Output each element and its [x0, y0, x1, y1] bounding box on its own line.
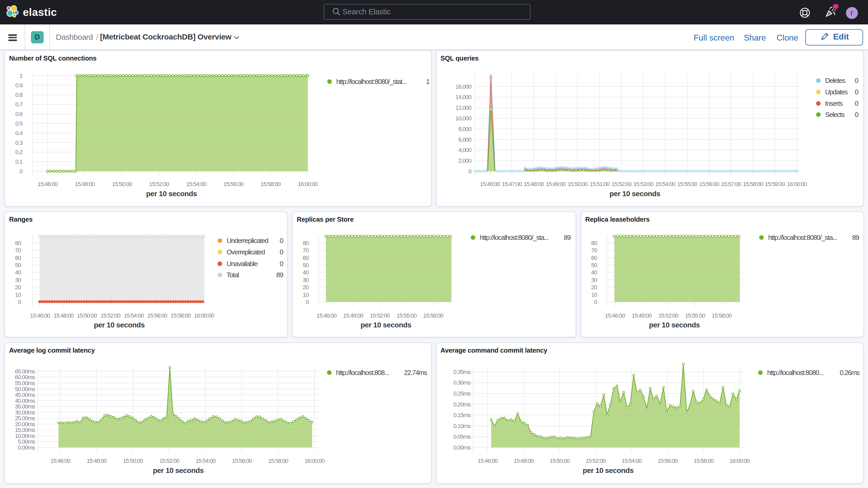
svg-text:80: 80: [15, 240, 21, 246]
svg-text:per 10 seconds: per 10 seconds: [610, 190, 660, 198]
svg-text:15:52:00: 15:52:00: [159, 458, 179, 464]
svg-text:40.00ms: 40.00ms: [15, 398, 35, 404]
svg-text:per 10 seconds: per 10 seconds: [649, 321, 700, 329]
svg-text:60: 60: [15, 255, 21, 261]
svg-text:15:49:00: 15:49:00: [546, 181, 566, 187]
svg-text:8,000: 8,000: [458, 126, 471, 132]
svg-text:10.00ms: 10.00ms: [15, 433, 35, 439]
svg-text:http://localhost:8080...: http://localhost:8080...: [767, 369, 823, 376]
svg-text:15:52:00: 15:52:00: [149, 181, 169, 187]
svg-text:40: 40: [303, 269, 309, 276]
svg-text:16:00:00: 16:00:00: [787, 181, 807, 187]
svg-text:per 10 seconds: per 10 seconds: [94, 321, 145, 329]
svg-text:45.00ms: 45.00ms: [15, 392, 35, 398]
svg-text:0.15ms: 0.15ms: [454, 412, 471, 418]
svg-text:1: 1: [426, 78, 430, 86]
svg-text:65.00ms: 65.00ms: [15, 368, 35, 375]
svg-text:20: 20: [15, 284, 21, 291]
svg-text:15:58:00: 15:58:00: [423, 312, 443, 319]
svg-text:Replica leaseholders: Replica leaseholders: [585, 216, 650, 223]
svg-text:15:50:00: 15:50:00: [550, 458, 570, 464]
svg-text:15:58:00: 15:58:00: [171, 312, 191, 319]
svg-text:0: 0: [468, 168, 471, 175]
svg-text:70: 70: [15, 247, 21, 254]
svg-text:15:54:00: 15:54:00: [196, 458, 216, 464]
svg-text:http://localhost:8080/_stat...: http://localhost:8080/_stat...: [336, 78, 406, 86]
svg-text:per 10 seconds: per 10 seconds: [583, 466, 633, 475]
svg-text:15:51:00: 15:51:00: [590, 181, 610, 187]
svg-text:15:56:00: 15:56:00: [147, 312, 167, 319]
svg-text:30: 30: [303, 277, 309, 283]
svg-text:Selects: Selects: [825, 111, 845, 119]
svg-text:15:59:00: 15:59:00: [765, 181, 785, 187]
svg-text:20.00ms: 20.00ms: [15, 421, 35, 427]
svg-text:15:52:00: 15:52:00: [612, 181, 631, 187]
svg-text:15:46:00: 15:46:00: [316, 312, 337, 319]
svg-text:15:52:00: 15:52:00: [100, 312, 120, 319]
svg-text:0.00ms: 0.00ms: [18, 444, 35, 451]
svg-text:0.30ms: 0.30ms: [454, 379, 471, 386]
svg-text:15:46:00: 15:46:00: [51, 458, 70, 464]
svg-text:0.6: 0.6: [16, 111, 23, 117]
svg-text:15:54:00: 15:54:00: [186, 181, 206, 187]
svg-text:15:54:00: 15:54:00: [655, 181, 675, 187]
svg-text:15:54:00: 15:54:00: [124, 312, 144, 319]
svg-text:25.00ms: 25.00ms: [15, 415, 35, 422]
svg-text:20: 20: [591, 284, 597, 291]
svg-text:40: 40: [15, 269, 21, 276]
svg-text:15:53:00: 15:53:00: [633, 181, 653, 187]
svg-text:10: 10: [15, 292, 21, 298]
svg-text:5.00ms: 5.00ms: [18, 438, 35, 445]
svg-text:15:48:00: 15:48:00: [524, 181, 544, 187]
svg-text:50: 50: [591, 262, 597, 268]
svg-text:15:55:00: 15:55:00: [397, 312, 416, 319]
svg-text:0: 0: [855, 111, 858, 119]
svg-text:10,000: 10,000: [456, 115, 471, 122]
svg-text:15:46:00: 15:46:00: [605, 312, 625, 319]
svg-text:0.4: 0.4: [16, 130, 23, 136]
svg-text:15:58:00: 15:58:00: [712, 312, 732, 319]
svg-text:0: 0: [594, 299, 597, 305]
svg-text:per 10 seconds: per 10 seconds: [361, 321, 411, 329]
svg-text:Inserts: Inserts: [825, 99, 843, 107]
svg-text:http://localhost:8080/_sta...: http://localhost:8080/_sta...: [768, 234, 837, 241]
svg-text:15:46:00: 15:46:00: [30, 312, 50, 319]
svg-text:10: 10: [591, 292, 597, 298]
svg-text:0.35ms: 0.35ms: [454, 369, 471, 375]
svg-text:14,000: 14,000: [456, 94, 471, 100]
svg-text:15:50:00: 15:50:00: [77, 312, 97, 319]
svg-text:0: 0: [280, 260, 283, 268]
svg-text:Unavailable: Unavailable: [227, 260, 257, 268]
svg-text:80: 80: [591, 240, 597, 246]
svg-text:Ranges: Ranges: [9, 216, 32, 223]
svg-text:0: 0: [855, 99, 858, 107]
svg-text:Average log commit latency: Average log commit latency: [9, 347, 95, 354]
svg-text:89: 89: [852, 234, 859, 241]
svg-text:1: 1: [20, 72, 23, 79]
svg-text:Deletes: Deletes: [825, 77, 846, 85]
svg-text:12,000: 12,000: [456, 104, 471, 111]
svg-text:15:48:00: 15:48:00: [87, 458, 107, 464]
svg-text:15:46:00: 15:46:00: [38, 181, 58, 187]
svg-text:15.00ms: 15.00ms: [15, 427, 35, 433]
svg-text:0.10ms: 0.10ms: [454, 423, 471, 429]
svg-text:20: 20: [303, 284, 309, 291]
svg-text:0.20ms: 0.20ms: [454, 401, 471, 408]
svg-text:6,000: 6,000: [458, 136, 471, 143]
svg-text:15:56:00: 15:56:00: [699, 181, 719, 187]
svg-text:SQL queries: SQL queries: [440, 55, 479, 62]
svg-text:Number of SQL connections: Number of SQL connections: [9, 55, 96, 62]
svg-text:Overreplicated: Overreplicated: [227, 248, 265, 256]
svg-text:0.00ms: 0.00ms: [454, 444, 471, 451]
svg-text:70: 70: [591, 247, 597, 254]
svg-text:15:52:00: 15:52:00: [658, 312, 678, 319]
svg-text:per 10 seconds: per 10 seconds: [146, 190, 197, 198]
svg-text:60.00ms: 60.00ms: [15, 374, 35, 380]
svg-text:15:49:00: 15:49:00: [632, 312, 652, 319]
svg-text:89: 89: [564, 234, 571, 241]
svg-text:15:58:00: 15:58:00: [743, 181, 763, 187]
svg-text:15:49:00: 15:49:00: [343, 312, 363, 319]
svg-text:55.00ms: 55.00ms: [15, 380, 35, 387]
svg-text:40: 40: [591, 269, 597, 276]
svg-text:35.00ms: 35.00ms: [15, 403, 35, 410]
